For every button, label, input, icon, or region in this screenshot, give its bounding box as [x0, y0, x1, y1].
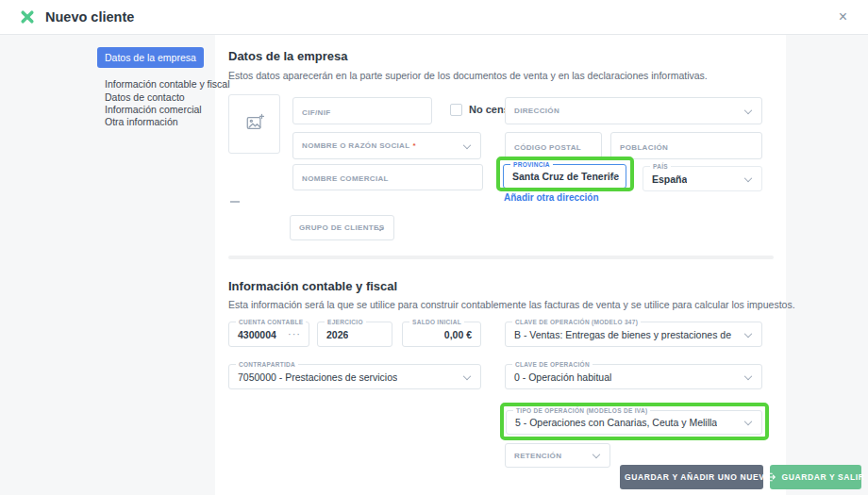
- dash-indicator: [230, 201, 240, 203]
- saldo-inicial-field[interactable]: SALDO INICIAL 0,00 €: [402, 322, 481, 347]
- clave-operacion-347-select[interactable]: CLAVE DE OPERACIÓN (MODELO 347) B - Vent…: [505, 322, 762, 347]
- poblacion-input[interactable]: [610, 132, 762, 159]
- pais-select[interactable]: PAÍS España: [643, 166, 762, 191]
- company-section-subtitle: Estos datos aparecerán en la parte super…: [228, 70, 708, 81]
- company-section-title: Datos de la empresa: [228, 49, 347, 63]
- section-divider: [228, 256, 774, 259]
- fiscal-section-subtitle: Esta información será la que se utilice …: [228, 299, 795, 310]
- provincia-select[interactable]: PROVINCIA Santa Cruz de Tenerife: [503, 164, 626, 189]
- fiscal-section-title: Información contable y fiscal: [228, 279, 397, 293]
- plus-icon: +: [611, 472, 619, 482]
- nombre-comercial-input[interactable]: [292, 164, 483, 190]
- required-mark: *: [412, 141, 415, 150]
- sidebar-item-info-contable[interactable]: Información contable y fiscal: [105, 78, 229, 90]
- image-add-icon: [245, 113, 264, 136]
- sidebar-item-datos-contacto[interactable]: Datos de contacto: [105, 91, 185, 103]
- sidebar-item-otra-info[interactable]: Otra información: [105, 116, 178, 127]
- chevron-down-icon: [744, 173, 752, 181]
- contrapartida-select[interactable]: CONTRAPARTIDA 7050000 - Prestaciones de …: [228, 364, 481, 389]
- direccion-select[interactable]: DIRECCIÓN: [505, 97, 762, 124]
- holded-logo-icon: [20, 9, 35, 25]
- ejercicio-field[interactable]: EJERCICIO 2026: [317, 322, 392, 347]
- logo-upload-box[interactable]: [228, 94, 280, 154]
- chevron-down-icon: [744, 418, 752, 425]
- clave-operacion-select[interactable]: CLAVE DE OPERACIÓN 0 - Operación habitua…: [505, 364, 762, 389]
- aeat-checkbox[interactable]: [450, 104, 462, 116]
- save-and-add-new-button[interactable]: + GUARDAR Y AÑADIR UNO NUEVO: [620, 465, 763, 489]
- cuenta-contable-field[interactable]: CUENTA CONTABLE 4300004 ···: [228, 322, 309, 347]
- retencion-select[interactable]: RETENCIÓN: [505, 443, 610, 468]
- sidebar-item-datos-empresa[interactable]: Datos de la empresa: [97, 47, 204, 68]
- grupo-clientes-select[interactable]: GRUPO DE CLIENTES: [290, 215, 394, 240]
- chevron-down-icon: [744, 329, 752, 337]
- new-client-modal: Nuevo cliente × Datos de la empresa Info…: [0, 0, 868, 495]
- exit-icon: [766, 472, 776, 482]
- chevron-down-icon: [463, 140, 471, 148]
- razon-social-select[interactable]: NOMBRE O RAZÓN SOCIAL *: [292, 132, 481, 159]
- chevron-down-icon: [593, 451, 600, 458]
- modal-title: Nuevo cliente: [45, 9, 134, 25]
- codigo-postal-input[interactable]: [505, 132, 602, 159]
- chevron-down-icon: [744, 371, 752, 379]
- more-options-icon[interactable]: ···: [288, 328, 301, 339]
- chevron-down-icon: [744, 106, 752, 113]
- tipo-operacion-select[interactable]: TIPO DE OPERACIÓN (MODELOS DE IVA) 5 - O…: [506, 410, 762, 435]
- modal-header: Nuevo cliente ×: [0, 0, 868, 35]
- sidebar-item-info-comercial[interactable]: Información comercial: [105, 104, 202, 115]
- save-and-exit-button[interactable]: GUARDAR Y SALIR: [770, 465, 861, 489]
- add-address-link[interactable]: Añadir otra dirección: [504, 192, 599, 203]
- cif-nif-input[interactable]: [292, 97, 432, 124]
- chevron-down-icon: [463, 371, 471, 379]
- close-icon[interactable]: ×: [839, 8, 847, 26]
